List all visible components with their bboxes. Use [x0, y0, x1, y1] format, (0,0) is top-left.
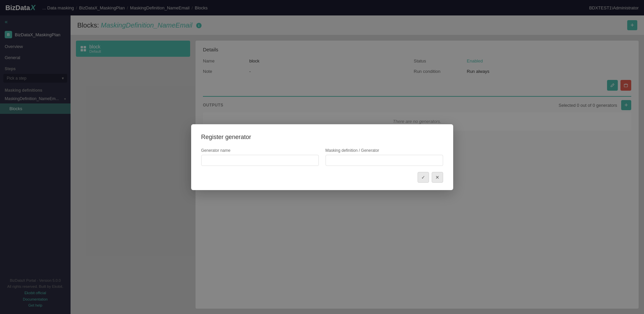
modal-actions: ✓ ✕	[201, 172, 443, 183]
generator-name-field: Generator name	[201, 148, 319, 166]
modal-confirm-button[interactable]: ✓	[418, 172, 429, 183]
modal-title: Register generator	[201, 134, 443, 141]
masking-def-label: Masking definition / Generator	[326, 148, 443, 153]
generator-name-input[interactable]	[201, 155, 319, 166]
register-generator-modal: Register generator Generator name Maskin…	[191, 124, 453, 190]
generator-name-label: Generator name	[201, 148, 319, 153]
modal-overlay: Register generator Generator name Maskin…	[0, 0, 644, 314]
masking-def-input[interactable]	[326, 155, 443, 166]
masking-def-field: Masking definition / Generator	[326, 148, 443, 166]
modal-form-row: Generator name Masking definition / Gene…	[201, 148, 443, 166]
modal-cancel-button[interactable]: ✕	[432, 172, 443, 183]
